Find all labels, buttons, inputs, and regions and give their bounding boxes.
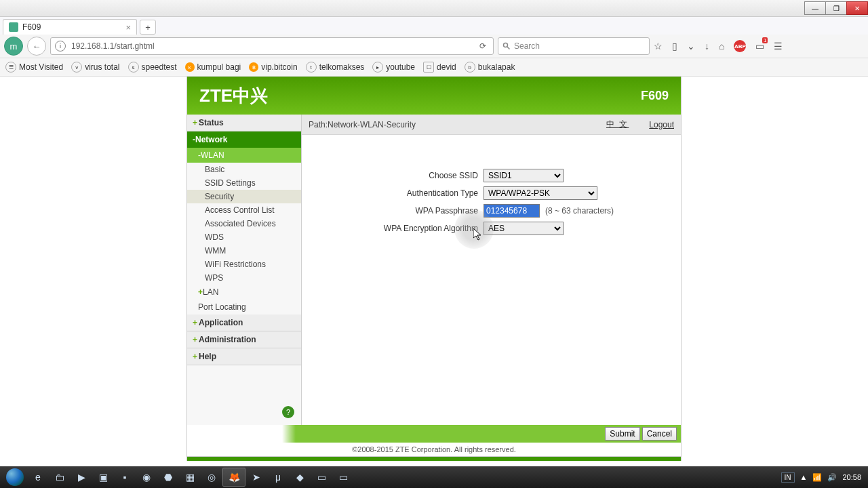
taskbar-explorer-icon[interactable]: 🗀	[49, 468, 71, 486]
adblock-icon[interactable]: ABP	[734, 40, 746, 52]
browser-tabstrip: F609 × +	[0, 17, 868, 35]
sidebar-sub-wifi-restrictions[interactable]: WiFi Restrictions	[187, 258, 301, 271]
sidebar-item-administration[interactable]: +Administration	[187, 331, 301, 348]
window-close-button[interactable]: ✕	[846, 1, 868, 15]
bookmark-item[interactable]: sspeedtest	[128, 62, 177, 73]
passphrase-hint: (8 ~ 63 characters)	[545, 206, 614, 216]
new-tab-button[interactable]: +	[140, 20, 156, 35]
search-box[interactable]: Search	[498, 37, 650, 55]
identity-button[interactable]: m	[4, 37, 23, 56]
select-choose-ssid[interactable]: SSID1	[484, 169, 564, 182]
sidebar-sub-acl[interactable]: Access Control List	[187, 203, 301, 217]
home-icon[interactable]: ⌂	[719, 41, 724, 52]
browser-tab-active[interactable]: F609 ×	[3, 19, 137, 35]
taskbar-app-icon[interactable]: ▭	[332, 468, 354, 486]
cancel-button[interactable]: Cancel	[642, 427, 677, 441]
window-titlebar: — ❐ ✕	[0, 0, 868, 17]
windows-taskbar: e 🗀 ▶ ▣ ▪ ◉ ⬣ ▦ ◎ 🦊 ➤ μ ◆ ▭ ▭ IN ▲ 📶 🔊 2…	[0, 466, 868, 488]
sidebar-item-port-locating[interactable]: Port Locating	[187, 300, 301, 314]
taskbar-app-icon[interactable]: ➤	[245, 468, 267, 486]
sidebar-sub-wmm[interactable]: WMM	[187, 244, 301, 258]
sidebar-sub-associated-devices[interactable]: Associated Devices	[187, 217, 301, 230]
hamburger-menu-icon[interactable]: ☰	[774, 41, 783, 52]
bookmark-item[interactable]: ☐devid	[423, 62, 456, 73]
sidebar-sub-wds[interactable]: WDS	[187, 230, 301, 244]
reload-icon[interactable]: ⟳	[479, 41, 489, 51]
input-wpa-passphrase[interactable]	[484, 204, 540, 218]
site-info-icon[interactable]: i	[55, 41, 66, 52]
bookmark-item[interactable]: ▸youtube	[372, 62, 415, 73]
bookmark-star-icon[interactable]: ☆	[654, 41, 663, 52]
select-auth-type[interactable]: WPA/WPA2-PSK	[484, 186, 597, 200]
window-maximize-button[interactable]: ❐	[825, 1, 847, 15]
bookmark-item[interactable]: ☰Most Visited	[5, 62, 63, 73]
sidebar-sub-basic[interactable]: Basic	[187, 163, 301, 176]
taskbar-chrome-icon[interactable]: ◎	[201, 468, 222, 486]
language-link[interactable]: 中 文	[606, 119, 629, 130]
logout-link[interactable]: Logout	[649, 120, 674, 129]
cursor-highlight	[454, 209, 494, 249]
sidebar-item-lan[interactable]: +LAN	[187, 285, 301, 300]
router-model: F609	[641, 89, 669, 103]
taskbar-ie-icon[interactable]: e	[27, 468, 49, 486]
sidebar-sub-ssid-settings[interactable]: SSID Settings	[187, 176, 301, 190]
breadcrumb-row: Path:Network-WLAN-Security 中 文 Logout	[302, 115, 681, 135]
router-brand-logo: ZTE中兴	[199, 84, 268, 108]
search-icon	[502, 42, 511, 50]
taskbar-firefox-icon[interactable]: 🦊	[222, 468, 245, 487]
sidebar-sub-wps[interactable]: WPS	[187, 271, 301, 285]
taskbar-app-icon[interactable]: ◆	[289, 468, 311, 486]
taskbar-app-icon[interactable]: ▣	[92, 468, 114, 486]
help-icon[interactable]: ?	[282, 406, 294, 418]
taskbar-cmd-icon[interactable]: ▪	[114, 468, 136, 486]
pocket-icon[interactable]: ⌄	[687, 41, 695, 52]
select-wpa-encryption[interactable]: AES	[484, 222, 564, 235]
bookmark-item[interactable]: bbukalapak	[465, 62, 515, 73]
system-tray: IN ▲ 📶 🔊 20:58	[781, 472, 865, 483]
cursor-icon	[473, 228, 483, 241]
taskbar-app-icon[interactable]: ⬣	[157, 468, 179, 486]
url-input[interactable]	[70, 41, 479, 52]
bookmark-item[interactable]: kkumpul bagi	[185, 62, 241, 72]
library-icon[interactable]: ▯	[672, 41, 677, 52]
label-choose-ssid: Choose SSID	[315, 171, 484, 180]
start-button[interactable]	[3, 468, 27, 487]
notification-icon[interactable]: ▭	[755, 41, 764, 52]
label-auth-type: Authentication Type	[315, 188, 484, 198]
url-bar[interactable]: i ⟳	[50, 37, 494, 55]
sidebar-item-help[interactable]: +Help	[187, 348, 301, 365]
tray-clock[interactable]: 20:58	[842, 473, 861, 481]
tab-close-icon[interactable]: ×	[125, 22, 131, 33]
taskbar-media-icon[interactable]: ▶	[71, 468, 92, 486]
sidebar-item-status[interactable]: +Status	[187, 115, 301, 131]
window-minimize-button[interactable]: —	[804, 1, 826, 15]
taskbar-app-icon[interactable]: ▭	[311, 468, 332, 486]
sidebar-item-wlan[interactable]: -WLAN	[187, 148, 301, 163]
sidebar-item-network[interactable]: -Network	[187, 131, 301, 148]
downloads-icon[interactable]: ↓	[705, 41, 709, 52]
page-viewport[interactable]: ZTE中兴 F609 +Status -Network -WLAN Basic …	[0, 77, 868, 468]
tray-flag-icon[interactable]: ▲	[800, 473, 808, 481]
svg-line-1	[507, 47, 510, 49]
svg-point-0	[504, 43, 508, 47]
windows-logo-icon	[6, 468, 24, 486]
taskbar-app-icon[interactable]: μ	[267, 468, 289, 486]
taskbar-app-icon[interactable]: ▦	[179, 468, 201, 486]
sidebar-sub-security[interactable]: Security	[187, 190, 301, 203]
label-wpa-passphrase: WPA Passphrase	[315, 206, 484, 216]
bookmark-item[interactable]: ฿vip.bitcoin	[249, 62, 297, 72]
tray-volume-icon[interactable]: 🔊	[827, 473, 837, 482]
bookmark-item[interactable]: ttelkomakses	[306, 62, 365, 73]
taskbar-app-icon[interactable]: ◉	[136, 468, 157, 486]
back-button[interactable]: ←	[27, 37, 46, 56]
router-content: Path:Network-WLAN-Security 中 文 Logout Ch…	[302, 115, 681, 425]
tray-network-icon[interactable]: 📶	[812, 473, 822, 482]
submit-button[interactable]: Submit	[605, 427, 639, 441]
router-sidebar: +Status -Network -WLAN Basic SSID Settin…	[187, 115, 302, 425]
tab-title: F609	[22, 22, 41, 32]
tray-language[interactable]: IN	[781, 472, 795, 483]
bookmarks-bar: ☰Most Visited vvirus total sspeedtest kk…	[0, 58, 868, 77]
sidebar-item-application[interactable]: +Application	[187, 314, 301, 331]
browser-toolbar: m ← i ⟳ Search ☆ ▯ ⌄ ↓ ⌂ ABP ▭ ☰	[0, 35, 868, 58]
bookmark-item[interactable]: vvirus total	[71, 62, 119, 73]
